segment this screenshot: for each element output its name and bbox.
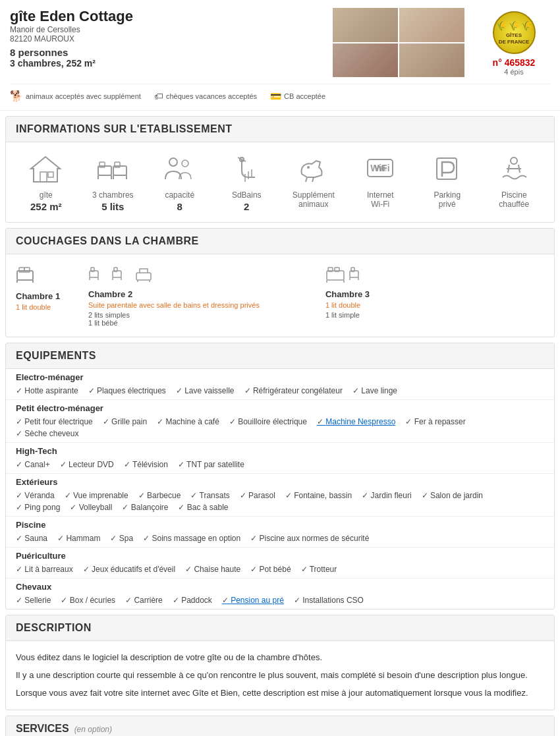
info-icons-row: gîte 252 m² 3 chambres 5 lits bbox=[6, 142, 554, 222]
equip-dvd: Lecteur DVD bbox=[60, 460, 114, 469]
chamber-2-detail-1: 2 lits simples bbox=[88, 311, 260, 319]
amenity-animals: 🐕 animaux acceptés avec supplément bbox=[10, 90, 141, 102]
wifi-label: InternetWi-Fi bbox=[347, 190, 414, 209]
gite-value: 252 m² bbox=[13, 201, 80, 212]
cb-icon: 💳 bbox=[270, 91, 281, 101]
equip-four: Petit four électrique bbox=[16, 417, 93, 426]
badge-epis: 4 épis bbox=[478, 68, 550, 76]
services-subtitle: (en option) bbox=[74, 725, 112, 734]
chamber-1-sub: 1 lit double bbox=[16, 303, 75, 311]
shower-icon bbox=[227, 152, 266, 185]
chamber-3-detail-1: 1 lit simple bbox=[325, 311, 444, 319]
badge-number: n° 465832 bbox=[478, 57, 550, 68]
items-electro: Hotte aspirante Plaques électriques Lave… bbox=[6, 384, 554, 399]
chamber-1-title: Chambre 1 bbox=[16, 291, 75, 301]
amenity-cb-label: CB acceptée bbox=[284, 92, 325, 100]
equip-soins: Soins massage en option bbox=[143, 534, 240, 543]
equip-chaise: Chaise haute bbox=[185, 565, 240, 574]
equip-bac: Bac à sable bbox=[178, 503, 228, 512]
bed-multi-icon bbox=[93, 152, 132, 185]
equip-plaques: Plaques électriques bbox=[88, 386, 166, 395]
equip-cso: Installations CSO bbox=[294, 596, 364, 605]
sdbains-label: SdBains bbox=[213, 190, 281, 200]
equipements-section: EQUIPEMENTS Electro-ménager Hotte aspira… bbox=[5, 343, 555, 609]
equip-grille: Grille pain bbox=[103, 417, 147, 426]
chamber-3-title: Chambre 3 bbox=[325, 289, 444, 299]
cheques-icon: 🏷 bbox=[154, 91, 163, 101]
svg-point-23 bbox=[511, 157, 517, 164]
capacite-value: 8 bbox=[146, 201, 213, 212]
dog-info-icon bbox=[294, 152, 333, 185]
equip-box: Box / écuries bbox=[61, 596, 115, 605]
svg-point-12 bbox=[182, 160, 188, 167]
equip-parasol: Parasol bbox=[240, 491, 275, 500]
photo-2 bbox=[399, 8, 464, 42]
services-section: SERVICES (en option) Bois Baquet de bois… bbox=[5, 716, 555, 736]
equip-hammam: Hammam bbox=[57, 534, 100, 543]
category-exterieurs: Extérieurs bbox=[6, 473, 554, 489]
badge-inner-text: GÎTESDE FRANCE bbox=[499, 32, 530, 45]
gites-badge-area: 🌾 🌾 🌾 GÎTESDE FRANCE n° 465832 4 épis bbox=[478, 8, 550, 77]
equip-fontaine: Fontaine, bassin bbox=[285, 491, 352, 500]
equip-sauna: Sauna bbox=[16, 534, 47, 543]
rooms-area: 3 chambres, 252 m² bbox=[10, 58, 333, 69]
equip-cafe: Machine à café bbox=[157, 417, 219, 426]
house-icon bbox=[26, 152, 66, 185]
svg-point-11 bbox=[169, 158, 177, 166]
equip-trotteur: Trotteur bbox=[301, 565, 337, 574]
parking-icon bbox=[428, 152, 467, 185]
chamber-2-title: Chambre 2 bbox=[88, 289, 260, 299]
chambres-value: 5 lits bbox=[80, 201, 147, 212]
photo-4 bbox=[399, 43, 464, 78]
equip-tnt: TNT par satellite bbox=[178, 460, 244, 469]
chamber-2: Chambre 2 Suite parentale avec salle de … bbox=[88, 264, 260, 327]
equip-salon: Salon de jardin bbox=[422, 491, 483, 500]
chamber-3-sub: 1 lit double bbox=[325, 301, 444, 309]
chamber-1: Chambre 1 1 lit double bbox=[16, 264, 75, 313]
gites-france-badge: 🌾 🌾 🌾 GÎTESDE FRANCE bbox=[493, 11, 536, 54]
items-petit-electro: Petit four électrique Grille pain Machin… bbox=[6, 415, 554, 442]
property-title: gîte Eden Cottage bbox=[10, 8, 333, 25]
category-electro: Electro-ménager bbox=[6, 369, 554, 384]
equip-pension: Pension au pré bbox=[222, 596, 284, 605]
couchages-title: COUCHAGES DANS LA CHAMBRE bbox=[6, 229, 554, 254]
chamber-3: Chambre 3 1 lit double 1 lit simple bbox=[325, 264, 444, 319]
amenity-cheques: 🏷 chèques vacances acceptés bbox=[154, 91, 257, 101]
animaux-label: Supplémentanimaux bbox=[280, 190, 347, 209]
equip-normes: Piscine aux normes de sécurité bbox=[250, 534, 369, 543]
property-photos bbox=[333, 8, 471, 77]
piscine-label: Piscinechauffée bbox=[481, 190, 548, 209]
equip-tv: Télévision bbox=[124, 460, 168, 469]
services-header: SERVICES (en option) bbox=[6, 716, 554, 736]
equip-barbecue: Barbecue bbox=[138, 491, 181, 500]
info-section-title: INFORMATIONS SUR L'ETABLISSEMENT bbox=[6, 117, 554, 142]
equip-vue: Vue imprenable bbox=[65, 491, 128, 500]
header-info: gîte Eden Cottage Manoir de Cersolles 82… bbox=[10, 8, 333, 77]
chamber-2-icons bbox=[88, 264, 260, 284]
equip-jeux: Jeux éducatifs et d'éveil bbox=[83, 565, 175, 574]
info-animaux: Supplémentanimaux bbox=[280, 152, 347, 212]
items-piscine: Sauna Hammam Spa Soins massage en option… bbox=[6, 532, 554, 547]
equip-sellerie: Sellerie bbox=[16, 596, 51, 605]
description-line-2: Il y a une description courte qui ressem… bbox=[16, 669, 544, 683]
description-title: DESCRIPTION bbox=[6, 615, 554, 641]
equip-carriere: Carrière bbox=[125, 596, 163, 605]
items-hightech: Canal+ Lecteur DVD Télévision TNT par sa… bbox=[6, 458, 554, 473]
info-chambres: 3 chambres 5 lits bbox=[80, 152, 147, 212]
equip-fer: Fer à repasser bbox=[405, 417, 465, 426]
category-puericulture: Puériculture bbox=[6, 547, 554, 563]
svg-rect-37 bbox=[136, 273, 151, 280]
amenity-cb: 💳 CB acceptée bbox=[270, 91, 325, 101]
description-section: DESCRIPTION Vous éditez dans le logiciel… bbox=[5, 615, 555, 710]
equip-refrig: Réfrigérateur congélateur bbox=[244, 386, 343, 395]
equip-pot: Pot bébé bbox=[250, 565, 291, 574]
info-piscine: Piscinechauffée bbox=[481, 152, 548, 212]
chamber-3-icons bbox=[325, 264, 444, 284]
category-hightech: High-Tech bbox=[6, 442, 554, 458]
chamber-1-icons bbox=[16, 264, 75, 286]
items-puericulture: Lit à barreaux Jeux éducatifs et d'éveil… bbox=[6, 563, 554, 578]
equip-balancoire: Balançoire bbox=[122, 503, 168, 512]
chamber-2-sub: Suite parentale avec salle de bains et d… bbox=[88, 301, 260, 309]
amenity-cheques-label: chèques vacances acceptés bbox=[166, 92, 257, 100]
svg-rect-40 bbox=[327, 271, 344, 280]
